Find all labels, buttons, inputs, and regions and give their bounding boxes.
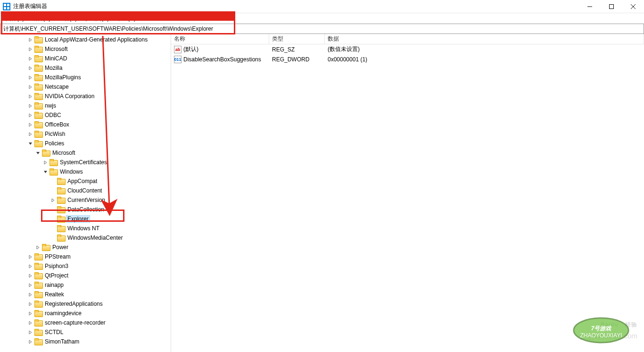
tree-node-microsoft[interactable]: Microsoft [0, 44, 171, 54]
chevron-right-icon[interactable] [26, 132, 34, 136]
chevron-right-icon[interactable] [26, 330, 34, 335]
chevron-right-icon[interactable] [26, 283, 34, 287]
chevron-right-icon[interactable] [26, 255, 34, 259]
folder-icon [57, 225, 65, 232]
tree-node-microsoft[interactable]: Microsoft [0, 148, 171, 158]
chevron-right-icon[interactable] [26, 113, 34, 117]
tree-panel[interactable]: Local AppWizard-Generated ApplicationsMi… [0, 34, 171, 352]
column-header-name[interactable]: 名称 [171, 34, 269, 44]
tree-node-windows[interactable]: Windows [0, 167, 171, 176]
tree-node-local-appwizard-generated-applications[interactable]: Local AppWizard-Generated Applications [0, 35, 171, 44]
tree-node-label: Local AppWizard-Generated Applications [43, 36, 149, 43]
tree-node-realtek[interactable]: Realtek [0, 290, 171, 299]
tree-node-windows-nt[interactable]: Windows NT [0, 224, 171, 233]
chevron-right-icon[interactable] [26, 274, 34, 278]
tree-node-rainapp[interactable]: rainapp [0, 280, 171, 290]
chevron-right-icon[interactable] [41, 160, 49, 165]
value-data: (数值未设置) [325, 45, 644, 54]
value-name: (默认) [183, 45, 198, 53]
tree-node-roamingdevice[interactable]: roamingdevice [0, 309, 171, 318]
tree-node-ppstream[interactable]: PPStream [0, 252, 171, 261]
maximize-button[interactable] [601, 0, 622, 13]
tree-node-datacollection[interactable]: DataCollection [0, 205, 171, 214]
tree-node-qtproject[interactable]: QtProject [0, 271, 171, 280]
close-button[interactable] [622, 0, 644, 13]
chevron-right-icon[interactable] [26, 66, 34, 70]
chevron-right-icon[interactable] [26, 321, 34, 325]
tree-node-cloudcontent[interactable]: CloudContent [0, 186, 171, 195]
chevron-right-icon[interactable] [49, 198, 57, 202]
chevron-down-icon[interactable] [34, 151, 41, 155]
tree-node-label: AppCompat [66, 178, 99, 184]
chevron-right-icon[interactable] [34, 245, 41, 250]
reg-dword-icon: 011 [174, 56, 182, 63]
folder-icon [57, 178, 65, 184]
tree-node-label: Psiphon3 [43, 263, 70, 269]
value-row[interactable]: ab(默认)REG_SZ(数值未设置) [171, 44, 644, 54]
chevron-down-icon[interactable] [41, 170, 49, 174]
tree-node-label: NVIDIA Corporation [43, 93, 96, 100]
site-badge: 7号游戏 ZHAOYOUXIAYI [566, 310, 636, 345]
tree-node-nvidia-corporation[interactable]: NVIDIA Corporation [0, 92, 171, 101]
column-header-data[interactable]: 数据 [325, 34, 644, 44]
minimize-button[interactable] [579, 0, 601, 13]
tree-node-label: Explorer [66, 215, 90, 223]
tree-node-netscape[interactable]: Netscape [0, 82, 171, 92]
tree-node-explorer[interactable]: Explorer [0, 214, 171, 224]
folder-icon [50, 159, 57, 166]
app-icon [3, 3, 10, 10]
tree-node-label: MozillaPlugins [43, 74, 83, 81]
tree-node-label: SimonTatham [43, 338, 81, 345]
value-type: REG_DWORD [269, 56, 325, 63]
tree-node-screen-capture-recorder[interactable]: screen-capture-recorder [0, 318, 171, 327]
folder-icon [34, 36, 42, 43]
chevron-right-icon[interactable] [26, 38, 34, 42]
tree-node-minicad[interactable]: MiniCAD [0, 54, 171, 63]
folder-icon [34, 310, 42, 317]
tree-node-odbc[interactable]: ODBC [0, 110, 171, 120]
chevron-down-icon[interactable] [26, 142, 34, 146]
chevron-right-icon[interactable] [26, 264, 34, 268]
tree-node-mozillaplugins[interactable]: MozillaPlugins [0, 73, 171, 82]
tree-node-windowsmediacenter[interactable]: WindowsMediaCenter [0, 233, 171, 243]
folder-icon [34, 301, 42, 307]
chevron-right-icon[interactable] [26, 47, 34, 51]
chevron-right-icon[interactable] [26, 75, 34, 80]
chevron-right-icon[interactable] [26, 302, 34, 306]
tree-node-label: Realtek [43, 291, 66, 298]
tree-node-picwish[interactable]: PicWish [0, 129, 171, 139]
chevron-right-icon[interactable] [26, 123, 34, 127]
address-bar [0, 24, 644, 34]
tree-node-power[interactable]: Power [0, 243, 171, 252]
tree-node-policies[interactable]: Policies [0, 139, 171, 148]
chevron-right-icon[interactable] [26, 94, 34, 99]
tree-node-currentversion[interactable]: CurrentVersion [0, 195, 171, 205]
chevron-right-icon[interactable] [26, 311, 34, 316]
chevron-right-icon[interactable] [26, 85, 34, 89]
tree-node-appcompat[interactable]: AppCompat [0, 176, 171, 186]
tree-node-systemcertificates[interactable]: SystemCertificates [0, 158, 171, 167]
address-input[interactable] [0, 25, 644, 33]
chevron-right-icon[interactable] [26, 57, 34, 61]
svg-rect-2 [4, 7, 6, 9]
folder-icon [34, 121, 42, 128]
tree-node-sctdl[interactable]: SCTDL [0, 327, 171, 337]
tree-node-mozilla[interactable]: Mozilla [0, 63, 171, 73]
folder-icon [34, 55, 42, 62]
value-row[interactable]: 011DisableSearchBoxSuggestionsREG_DWORD0… [171, 54, 644, 64]
tree-node-registeredapplications[interactable]: RegisteredApplications [0, 299, 171, 309]
tree-node-nwjs[interactable]: nwjs [0, 101, 171, 110]
chevron-right-icon[interactable] [26, 104, 34, 108]
folder-icon [34, 65, 42, 71]
tree-node-simontatham[interactable]: SimonTatham [0, 337, 171, 346]
tree-node-label: rainapp [43, 282, 65, 288]
chevron-right-icon[interactable] [26, 340, 34, 344]
tree-node-officebox[interactable]: OfficeBox [0, 120, 171, 129]
folder-icon [42, 150, 50, 156]
column-header-type[interactable]: 类型 [269, 34, 325, 44]
folder-icon [42, 244, 50, 251]
tree-node-psiphon3[interactable]: Psiphon3 [0, 261, 171, 271]
value-name: DisableSearchBoxSuggestions [183, 56, 261, 63]
tree-node-label: WindowsMediaCenter [66, 235, 124, 241]
chevron-right-icon[interactable] [26, 293, 34, 297]
